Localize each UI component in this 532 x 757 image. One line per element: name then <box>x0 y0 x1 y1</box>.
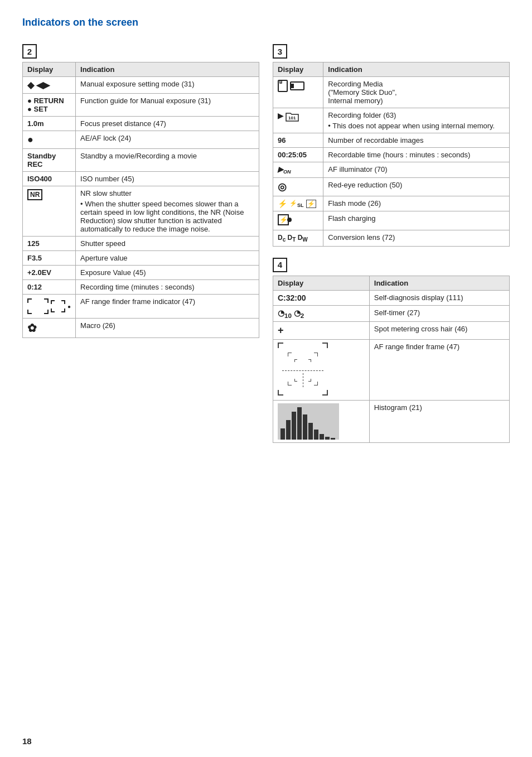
table-row: 125 Shutter speed <box>23 237 259 251</box>
return-set-symbol: ● RETURN● SET <box>23 94 76 117</box>
indication-cell: Self-diagnosis display (111) <box>369 290 509 305</box>
indication-cell: Shutter speed <box>76 237 259 251</box>
recordable-images-symbol: 96 <box>273 133 323 148</box>
section3-col-indication: Indication <box>323 62 510 77</box>
histogram-symbol <box>273 401 370 443</box>
table-row: +2.0EV Exposure Value (45) <box>23 266 259 280</box>
indication-cell: Red-eye reduction (50) <box>323 178 510 196</box>
self-timer-symbol: ◔10 ◔2 <box>273 305 370 322</box>
table-row: C:32:00 Self-diagnosis display (111) <box>273 290 510 305</box>
flash-charge-icon: ⚡ <box>278 214 292 225</box>
table-row: ⚡ ⚡SL ⚡ Flash mode (26) <box>273 196 510 211</box>
indication-cell: Conversion lens (72) <box>323 230 510 246</box>
indication-cell: Focus preset distance (47) <box>76 117 259 131</box>
table-row: ▶ON AF illuminator (70) <box>273 162 510 178</box>
folder-icon-cell: ▶ 101 <box>273 108 323 133</box>
table-row: ✿ Macro (26) <box>23 319 259 338</box>
section2-header: 2 <box>22 44 37 59</box>
iso-symbol: ISO400 <box>23 172 76 186</box>
section4-col-indication: Indication <box>369 276 509 290</box>
table-row: StandbyREC Standby a movie/Recording a m… <box>23 149 259 172</box>
arrows-symbol: ◆ ◀▶ <box>27 80 50 90</box>
media-icons-cell <box>273 77 323 108</box>
folder-icon: 101 <box>286 111 299 122</box>
indication-cell: Spot metering cross hair (46) <box>369 322 509 340</box>
indication-cell: Histogram (21) <box>369 401 509 443</box>
indication-cell: AF illuminator (70) <box>323 162 510 178</box>
svg-rect-3 <box>291 84 294 88</box>
af-illum-symbol: ▶ON <box>273 162 323 178</box>
table-row: Recording Media("Memory Stick Duo",Inter… <box>273 77 510 108</box>
table-row: ◔10 ◔2 Self-timer (27) <box>273 305 510 322</box>
section3-col-display: Display <box>273 62 323 77</box>
indication-cell: NR slow shutter When the shutter speed b… <box>76 186 259 237</box>
indication-cell: Recording time (minutes : seconds) <box>76 280 259 295</box>
table-row: NR NR slow shutter When the shutter spee… <box>23 186 259 237</box>
section2-col-indication: Indication <box>76 62 259 77</box>
indication-cell: Recording Media("Memory Stick Duo",Inter… <box>323 77 510 108</box>
indication-cell: Self-timer (27) <box>369 305 509 322</box>
svg-text:⚡: ⚡ <box>279 215 288 224</box>
memory-card-icon <box>278 80 288 92</box>
section2-table: Display Indication ◆ ◀▶ Manual exposure … <box>22 62 259 338</box>
section2-col-display: Display <box>23 62 76 77</box>
table-row: ● AF range finder frame indicator (47) <box>23 295 259 319</box>
indication-cell: Recording folder (63) This does not appe… <box>323 108 510 133</box>
table-row: 1.0m Focus preset distance (47) <box>23 117 259 131</box>
redeye-symbol: ◎ <box>273 178 323 196</box>
indication-cell: Exposure Value (45) <box>76 266 259 280</box>
indication-cell: Function guide for Manual exposure (31) <box>76 94 259 117</box>
recordable-time-symbol: 00:25:05 <box>273 148 323 162</box>
shutter-symbol: 125 <box>23 237 76 251</box>
indication-cell: AF range finder frame indicator (47) <box>76 295 259 319</box>
table-row: AF range finder frame (47) <box>273 340 510 401</box>
section4-table: Display Indication C:32:00 Self-diagnosi… <box>273 276 510 443</box>
conv-lens-symbol: Dc DT DW <box>273 230 323 246</box>
indication-cell: Flash charging <box>323 211 510 230</box>
indication-cell: Standby a movie/Recording a movie <box>76 149 259 172</box>
ev-symbol: +2.0EV <box>23 266 76 280</box>
rec-time-symbol: 0:12 <box>23 280 76 295</box>
section3-table: Display Indication <box>273 62 510 247</box>
aperture-symbol: F3.5 <box>23 251 76 266</box>
table-row: 00:25:05 Recordable time (hours : minute… <box>273 148 510 162</box>
table-row: ● AE/AF lock (24) <box>23 131 259 149</box>
macro-symbol: ✿ <box>23 319 76 338</box>
indication-cell: Number of recordable images <box>323 133 510 148</box>
aeaf-symbol: ● <box>23 131 76 149</box>
table-row: ● RETURN● SET Function guide for Manual … <box>23 94 259 117</box>
flash-charge-symbol: ⚡ <box>273 211 323 230</box>
table-row: ⚡ Flash charging <box>273 211 510 230</box>
section4-col-display: Display <box>273 276 370 290</box>
table-row: F3.5 Aperture value <box>23 251 259 266</box>
indication-cell: Manual exposure setting mode (31) <box>76 77 259 94</box>
indication-cell: AF range finder frame (47) <box>369 340 509 401</box>
spot-metering-symbol: + <box>273 322 370 340</box>
self-diag-symbol: C:32:00 <box>273 290 370 305</box>
focus-preset-symbol: 1.0m <box>23 117 76 131</box>
table-row: 0:12 Recording time (minutes : seconds) <box>23 280 259 295</box>
table-row: ISO400 ISO number (45) <box>23 172 259 186</box>
table-row: Dc DT DW Conversion lens (72) <box>273 230 510 246</box>
table-row: + Spot metering cross hair (46) <box>273 322 510 340</box>
standby-rec-symbol: StandbyREC <box>23 149 76 172</box>
table-row: Histogram (21) <box>273 401 510 443</box>
svg-text:101: 101 <box>288 115 296 120</box>
indication-cell: Macro (26) <box>76 319 259 338</box>
af-range-finder-frame-symbol <box>273 340 370 401</box>
table-row: ▶ 101 Recording folder (63) This does no… <box>273 108 510 133</box>
section4-header: 4 <box>273 258 287 272</box>
table-row: ◎ Red-eye reduction (50) <box>273 178 510 196</box>
page-number: 18 <box>22 736 32 746</box>
flash-mode-symbol: ⚡ ⚡SL ⚡ <box>273 196 323 211</box>
indication-cell: Flash mode (26) <box>323 196 510 211</box>
nr-symbol: NR <box>23 186 76 237</box>
table-row: ◆ ◀▶ Manual exposure setting mode (31) <box>23 77 259 94</box>
svg-point-7 <box>287 218 292 222</box>
svg-rect-1 <box>280 80 282 83</box>
indication-cell: Aperture value <box>76 251 259 266</box>
memory-stick-icon <box>290 81 304 90</box>
af-frame-symbol: ● <box>23 295 76 319</box>
indication-cell: AE/AF lock (24) <box>76 131 259 149</box>
indication-cell: ISO number (45) <box>76 172 259 186</box>
